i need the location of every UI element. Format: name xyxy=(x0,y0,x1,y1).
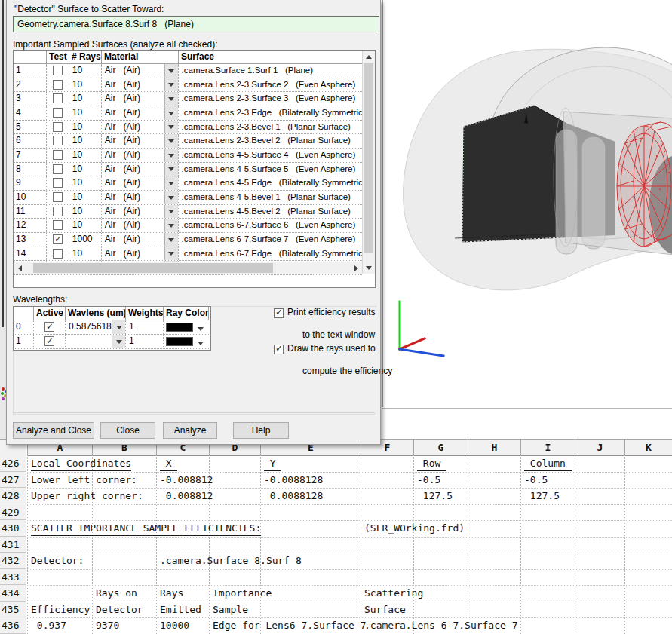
analyze-button[interactable]: Analyze xyxy=(163,422,217,439)
draw-rays-option[interactable]: Draw the rays used to compute the effici… xyxy=(274,343,392,377)
surface-name-cell[interactable]: .camera.Lens 4-5.Surface 5 (Even Asphere… xyxy=(179,163,362,176)
ray-color-swatch[interactable] xyxy=(166,337,193,346)
material-cell[interactable]: Air (Air) xyxy=(102,92,179,106)
material-dropdown[interactable] xyxy=(164,205,178,219)
sheet-cell[interactable]: Y xyxy=(264,457,281,471)
num-rays-cell[interactable]: 10 xyxy=(69,205,102,219)
surface-row[interactable]: 1410Air (Air).camera.Lens 6-7.Edge (Bila… xyxy=(14,247,362,262)
num-rays-cell[interactable]: 10 xyxy=(69,163,102,176)
material-dropdown[interactable] xyxy=(164,64,178,78)
sheet-row-header[interactable]: 428 xyxy=(0,488,26,504)
test-checkbox[interactable] xyxy=(53,192,63,202)
wavelength-value-cell[interactable] xyxy=(66,335,126,348)
sheet-row-header[interactable]: 434 xyxy=(0,585,26,602)
num-rays-cell[interactable]: 10 xyxy=(69,247,102,261)
surface-row[interactable]: 1010Air (Air).camera.Lens 4-5.Bevel 1 (P… xyxy=(14,191,362,205)
sheet-row-header[interactable]: 435 xyxy=(0,602,26,618)
material-cell[interactable]: Air (Air) xyxy=(102,134,179,148)
num-rays-cell[interactable]: 10 xyxy=(69,64,102,78)
wavelength-value-cell[interactable]: 0.5875618 xyxy=(66,320,126,334)
surface-name-cell[interactable]: .camera.Lens 6-7.Surface 7 (Even Asphere… xyxy=(179,233,362,247)
sheet-row-header[interactable]: 427 xyxy=(0,472,26,489)
help-button[interactable]: Help xyxy=(233,422,289,439)
surface-name-cell[interactable]: .camera.Lens 6-7.Edge (Bilaterally Symme… xyxy=(179,247,362,261)
surface-row[interactable]: 1110Air (Air).camera.Lens 4-5.Bevel 2 (P… xyxy=(14,205,362,219)
sheet-cell[interactable]: Local Coordinates xyxy=(31,457,131,471)
sheet-column-header[interactable]: J xyxy=(575,439,624,456)
print-efficiency-checkbox[interactable] xyxy=(274,308,284,318)
sheet-row-header[interactable]: 433 xyxy=(0,569,26,586)
wavelength-row[interactable]: 00.58756181 xyxy=(14,320,209,335)
sheet-cell[interactable]: 127.5 xyxy=(524,489,560,503)
material-dropdown[interactable] xyxy=(164,149,178,162)
material-cell[interactable]: Air (Air) xyxy=(102,233,179,247)
output-spreadsheet[interactable]: ABCDEFGHIJK426Local Coordinates X Y Row … xyxy=(0,439,672,634)
material-dropdown[interactable] xyxy=(164,176,178,190)
surface-row[interactable]: 710Air (Air).camera.Lens 4-5.Surface 4 (… xyxy=(14,149,362,163)
material-cell[interactable]: Air (Air) xyxy=(102,78,179,92)
sheet-cell[interactable]: Detector xyxy=(96,603,143,617)
wavelength-row[interactable]: 11 xyxy=(14,335,209,349)
sheet-cell[interactable]: X xyxy=(160,457,177,471)
material-dropdown[interactable] xyxy=(164,233,178,247)
material-dropdown[interactable] xyxy=(164,247,178,261)
horizontal-scroll-thumb[interactable] xyxy=(33,263,273,273)
material-cell[interactable]: Air (Air) xyxy=(102,176,179,190)
sheet-column-header[interactable]: G xyxy=(413,439,468,456)
surface-name-cell[interactable]: .camera.Lens 4-5.Bevel 1 (Planar Surface… xyxy=(179,191,362,204)
material-dropdown[interactable] xyxy=(164,92,178,106)
detector-surface-field[interactable]: Geometry.camera.Surface 8.Surf 8 (Plane) xyxy=(13,16,379,32)
material-dropdown[interactable] xyxy=(164,219,178,232)
sheet-row-header[interactable]: 431 xyxy=(0,537,26,553)
num-rays-cell[interactable]: 10 xyxy=(69,92,102,106)
surface-name-cell[interactable]: .camera.Lens 6-7.Surface 6 (Even Asphere… xyxy=(179,219,362,232)
print-efficiency-option[interactable]: Print efficiency results to the text win… xyxy=(274,307,376,341)
test-checkbox[interactable] xyxy=(53,66,63,75)
num-rays-cell[interactable]: 10 xyxy=(69,106,102,120)
material-cell[interactable]: Air (Air) xyxy=(102,121,179,134)
sheet-row-header[interactable]: 426 xyxy=(0,455,26,472)
surface-row[interactable]: 1210Air (Air).camera.Lens 6-7.Surface 6 … xyxy=(14,219,362,233)
scroll-left-button[interactable] xyxy=(14,262,26,274)
3d-view-canvas[interactable] xyxy=(382,0,672,407)
test-checkbox[interactable] xyxy=(53,220,63,230)
surface-row[interactable]: 610Air (Air).camera.Lens 2-3.Bevel 2 (Pl… xyxy=(14,134,362,149)
sheet-cell[interactable]: Efficiency xyxy=(31,603,90,617)
horizontal-scrollbar[interactable] xyxy=(14,262,362,274)
surface-name-cell[interactable]: .camera.Lens 2-3.Edge (Bilaterally Symme… xyxy=(179,106,362,120)
material-dropdown[interactable] xyxy=(164,78,178,92)
num-rays-cell[interactable]: 10 xyxy=(69,219,102,232)
vertical-scroll-thumb[interactable] xyxy=(364,63,373,253)
surface-row[interactable]: 910Air (Air).camera.Lens 4-5.Edge (Bilat… xyxy=(14,176,362,191)
material-cell[interactable]: Air (Air) xyxy=(102,191,179,204)
scroll-up-button[interactable] xyxy=(363,51,375,63)
sheet-cell[interactable]: -0.5 xyxy=(524,473,548,487)
wavelengths-table[interactable]: ActiveWavlens (um)WeightsRay Color00.587… xyxy=(13,306,211,351)
material-cell[interactable]: Air (Air) xyxy=(102,149,179,162)
ray-color-swatch[interactable] xyxy=(166,323,193,332)
wavelength-dropdown[interactable] xyxy=(112,335,125,348)
sheet-cell[interactable]: Surface xyxy=(364,603,406,617)
sheet-cell[interactable]: (SLR_WOrking.frd) xyxy=(364,522,465,535)
surface-row[interactable]: 310Air (Air).camera.Lens 2-3.Surface 3 (… xyxy=(14,92,362,106)
test-checkbox[interactable] xyxy=(53,178,63,188)
sheet-row-header[interactable]: 432 xyxy=(0,553,26,569)
test-checkbox[interactable] xyxy=(53,80,63,90)
sheet-cell[interactable]: -0.5 xyxy=(417,473,440,487)
window-splitter[interactable] xyxy=(382,406,672,406)
sheet-cell[interactable]: Rays on xyxy=(96,587,137,600)
sheet-cell[interactable]: Edge for Lens6-7.Surface 7 xyxy=(213,619,367,632)
num-rays-cell[interactable]: 10 xyxy=(69,149,102,162)
sheet-row-header[interactable]: 430 xyxy=(0,520,26,537)
surface-row[interactable]: 810Air (Air).camera.Lens 4-5.Surface 5 (… xyxy=(14,163,362,177)
sheet-cell[interactable]: Rays xyxy=(160,587,183,600)
surface-row[interactable]: 410Air (Air).camera.Lens 2-3.Edge (Bilat… xyxy=(14,106,362,121)
sheet-cell[interactable]: 0.937 xyxy=(31,619,66,632)
ray-color-dropdown[interactable] xyxy=(198,342,204,345)
sheet-cell[interactable]: 9370 xyxy=(96,619,119,632)
material-dropdown[interactable] xyxy=(164,191,178,204)
draw-rays-checkbox[interactable] xyxy=(274,345,284,354)
surface-name-cell[interactable]: .camera.Lens 4-5.Edge (Bilaterally Symme… xyxy=(179,176,362,190)
sheet-column-header[interactable]: H xyxy=(468,439,520,456)
test-checkbox[interactable] xyxy=(53,207,63,216)
